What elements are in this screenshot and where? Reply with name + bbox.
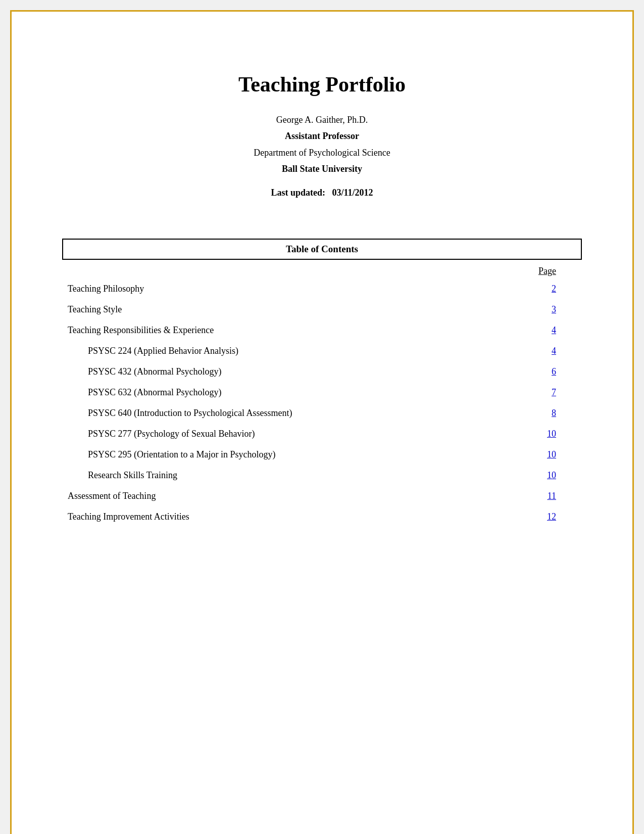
last-updated-label: Last updated:	[271, 188, 325, 198]
toc-page-label: Page	[500, 259, 581, 279]
toc-page-num[interactable]: 12	[500, 506, 581, 527]
toc-row: Assessment of Teaching11	[63, 486, 581, 506]
toc-item-label: Assessment of Teaching	[63, 486, 500, 506]
toc-page-num[interactable]: 4	[500, 341, 581, 361]
toc-row: PSYSC 295 (Orientation to a Major in Psy…	[63, 444, 581, 465]
toc-item-label: PSYSC 432 (Abnormal Psychology)	[63, 361, 500, 382]
cover-section: Teaching Portfolio George A. Gaither, Ph…	[62, 72, 582, 198]
toc-item-label: Teaching Philosophy	[63, 279, 500, 299]
toc-header-row: Table of Contents	[63, 239, 581, 259]
author-info: George A. Gaither, Ph.D. Assistant Profe…	[62, 112, 582, 177]
toc-item-label: Teaching Improvement Activities	[63, 506, 500, 527]
toc-page-link[interactable]: 4	[552, 346, 556, 356]
author-title: Assistant Professor	[62, 128, 582, 144]
toc-page-num[interactable]: 4	[500, 320, 581, 341]
toc-page-link[interactable]: 7	[552, 387, 556, 397]
toc-row: PSYSC 224 (Applied Behavior Analysis)4	[63, 341, 581, 361]
toc-header: Table of Contents	[63, 239, 581, 259]
toc-row: Teaching Philosophy2	[63, 279, 581, 299]
toc-row: Teaching Improvement Activities12	[63, 506, 581, 527]
toc-item-label: Research Skills Training	[63, 465, 500, 486]
toc-row: Teaching Responsibilities & Experience4	[63, 320, 581, 341]
toc-table: Table of Contents Page Teaching Philosop…	[62, 239, 582, 527]
toc-page-link[interactable]: 2	[552, 284, 556, 294]
toc-item-label: Teaching Style	[63, 299, 500, 320]
toc-page-num[interactable]: 6	[500, 361, 581, 382]
toc-item-label: PSYSC 277 (Psychology of Sexual Behavior…	[63, 424, 500, 444]
toc-page-num[interactable]: 3	[500, 299, 581, 320]
toc-page-num[interactable]: 2	[500, 279, 581, 299]
toc-page-num[interactable]: 10	[500, 424, 581, 444]
main-title: Teaching Portfolio	[62, 72, 582, 97]
author-name: George A. Gaither, Ph.D.	[62, 112, 582, 128]
toc-row: PSYSC 632 (Abnormal Psychology)7	[63, 382, 581, 403]
toc-spacer	[63, 259, 500, 279]
toc-item-label: PSYSC 640 (Introduction to Psychological…	[63, 403, 500, 424]
toc-page-num[interactable]: 11	[500, 486, 581, 506]
toc-item-label: PSYSC 295 (Orientation to a Major in Psy…	[63, 444, 500, 465]
toc-page-link[interactable]: 10	[547, 449, 556, 459]
toc-page-link[interactable]: 10	[547, 470, 556, 480]
page: Teaching Portfolio George A. Gaither, Ph…	[10, 10, 634, 834]
toc-row: Teaching Style3	[63, 299, 581, 320]
toc-page-num[interactable]: 7	[500, 382, 581, 403]
toc-page-link[interactable]: 8	[552, 408, 556, 418]
last-updated-date: 03/11/2012	[332, 188, 373, 198]
toc-row: PSYSC 432 (Abnormal Psychology)6	[63, 361, 581, 382]
toc-page-link[interactable]: 10	[547, 429, 556, 439]
university: Ball State University	[62, 161, 582, 177]
toc-section: Table of Contents Page Teaching Philosop…	[62, 239, 582, 527]
toc-item-label: PSYSC 632 (Abnormal Psychology)	[63, 382, 500, 403]
toc-row: PSYSC 640 (Introduction to Psychological…	[63, 403, 581, 424]
toc-page-link[interactable]: 12	[547, 512, 556, 522]
last-updated: Last updated: 03/11/2012	[62, 188, 582, 198]
toc-page-num[interactable]: 8	[500, 403, 581, 424]
toc-item-label: Teaching Responsibilities & Experience	[63, 320, 500, 341]
toc-page-link[interactable]: 4	[552, 325, 556, 335]
toc-row: Research Skills Training10	[63, 465, 581, 486]
toc-page-link[interactable]: 11	[548, 491, 556, 501]
department: Department of Psychological Science	[62, 145, 582, 161]
toc-page-link[interactable]: 6	[552, 366, 556, 377]
toc-page-num[interactable]: 10	[500, 465, 581, 486]
toc-item-label: PSYSC 224 (Applied Behavior Analysis)	[63, 341, 500, 361]
toc-row: PSYSC 277 (Psychology of Sexual Behavior…	[63, 424, 581, 444]
toc-page-label-row: Page	[63, 259, 581, 279]
toc-page-link[interactable]: 3	[552, 304, 556, 314]
toc-page-num[interactable]: 10	[500, 444, 581, 465]
